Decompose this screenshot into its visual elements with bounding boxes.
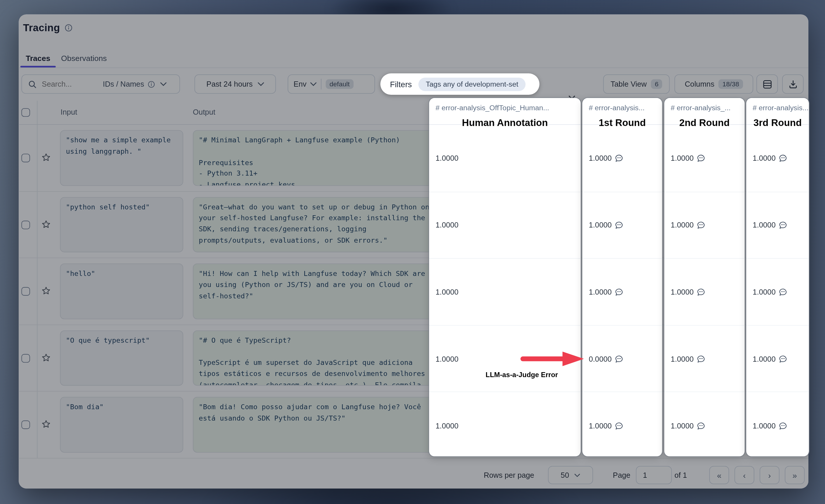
filters-label: Filters	[390, 80, 412, 89]
screen: Tracing Traces Observations IDs / Names	[0, 0, 825, 504]
comment-icon[interactable]	[697, 422, 705, 430]
score-value: 1.0000	[589, 420, 623, 432]
score-value: 1.0000	[671, 420, 705, 432]
score-value: 1.0000	[671, 219, 705, 231]
comment-icon[interactable]	[615, 288, 623, 296]
score-value-error: 0.0000	[589, 353, 623, 364]
comment-icon[interactable]	[697, 154, 705, 162]
score-value: 1.0000	[753, 152, 787, 164]
score-value: 1.0000	[589, 219, 623, 231]
comment-icon[interactable]	[779, 355, 787, 363]
score-column-header[interactable]: # error-analysis...	[582, 104, 662, 112]
score-value: 1.0000	[753, 219, 787, 231]
filters-button[interactable]: Filters Tags any of development-set	[380, 74, 539, 95]
score-column-3rd-round: # error-analysis... 3rd Round 1.0000 1.0…	[746, 98, 809, 456]
score-column-header[interactable]: # error-analysis...	[746, 104, 809, 112]
score-value: 1.0000	[671, 152, 705, 164]
score-column-header[interactable]: # error-analysis_...	[664, 104, 745, 112]
comment-icon[interactable]	[615, 355, 623, 363]
error-arrow-icon	[518, 350, 586, 367]
score-value: 1.0000	[436, 286, 459, 298]
comment-icon[interactable]	[697, 288, 705, 296]
score-value: 1.0000	[753, 286, 787, 298]
error-annotation-label: LLM-as-a-Judge Error	[473, 371, 570, 379]
score-value: 1.0000	[589, 152, 623, 164]
score-value: 1.0000	[436, 152, 459, 164]
filter-tag-chip[interactable]: Tags any of development-set	[418, 77, 526, 91]
score-value: 1.0000	[589, 286, 623, 298]
score-value: 1.0000	[753, 353, 787, 364]
comment-icon[interactable]	[779, 422, 787, 430]
score-column-header[interactable]: # error-analysis_OffTopic_Human...	[429, 104, 581, 112]
annotation-label-human: Human Annotation	[429, 117, 581, 129]
comment-icon[interactable]	[615, 154, 623, 162]
score-value: 1.0000	[436, 420, 459, 432]
annotation-label-2nd-round: 2nd Round	[664, 117, 745, 129]
score-column-human-annotation: # error-analysis_OffTopic_Human... Human…	[429, 98, 581, 456]
comment-icon[interactable]	[779, 288, 787, 296]
score-value: 1.0000	[671, 286, 705, 298]
score-column-1st-round: # error-analysis... 1st Round 1.0000 1.0…	[582, 98, 662, 456]
comment-icon[interactable]	[615, 221, 623, 229]
comment-icon[interactable]	[779, 221, 787, 229]
score-value: 1.0000	[753, 420, 787, 432]
annotation-label-3rd-round: 3rd Round	[746, 117, 809, 129]
comment-icon[interactable]	[697, 355, 705, 363]
annotation-label-1st-round: 1st Round	[582, 117, 662, 129]
score-value: 1.0000	[436, 219, 459, 231]
comment-icon[interactable]	[697, 221, 705, 229]
score-value: 1.0000	[436, 353, 459, 364]
score-value: 1.0000	[671, 353, 705, 364]
comment-icon[interactable]	[615, 422, 623, 430]
comment-icon[interactable]	[779, 154, 787, 162]
score-column-2nd-round: # error-analysis_... 2nd Round 1.0000 1.…	[664, 98, 745, 456]
